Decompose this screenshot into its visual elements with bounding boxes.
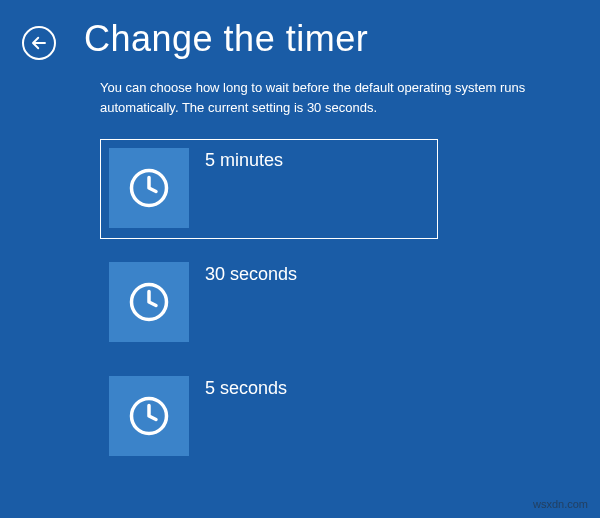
timer-option-30-seconds[interactable]: 30 seconds — [100, 253, 438, 353]
timer-option-5-seconds[interactable]: 5 seconds — [100, 367, 438, 467]
header: Change the timer — [0, 0, 600, 60]
clock-icon — [128, 395, 170, 437]
option-label: 5 minutes — [205, 150, 283, 171]
watermark: wsxdn.com — [533, 498, 588, 510]
option-label: 30 seconds — [205, 264, 297, 285]
description-text: You can choose how long to wait before t… — [100, 78, 560, 117]
option-icon-tile — [109, 376, 189, 456]
clock-icon — [128, 167, 170, 209]
page-title: Change the timer — [84, 18, 368, 60]
timer-options-list: 5 minutes 30 seconds 5 seconds — [100, 139, 600, 467]
option-icon-tile — [109, 262, 189, 342]
option-icon-tile — [109, 148, 189, 228]
content-area: You can choose how long to wait before t… — [0, 60, 600, 467]
clock-icon — [128, 281, 170, 323]
back-button[interactable] — [22, 26, 56, 60]
timer-option-5-minutes[interactable]: 5 minutes — [100, 139, 438, 239]
back-arrow-icon — [30, 34, 48, 52]
option-label: 5 seconds — [205, 378, 287, 399]
